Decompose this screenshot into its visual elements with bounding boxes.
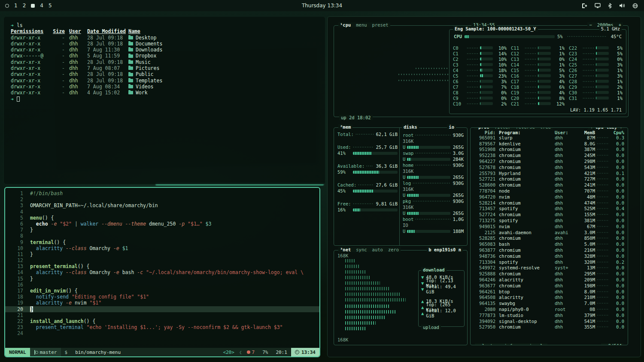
cpu-core-row: C77% (453, 84, 507, 90)
refresh-minus-button[interactable]: − (589, 22, 592, 27)
tab-preset[interactable]: preset (372, 22, 389, 27)
footer-key[interactable]: select ↓ (477, 343, 498, 345)
process-row[interactable]: 964227chromiumdhh298M0.0 (471, 158, 628, 164)
editor-window-nvim[interactable]: 1#!/bin/bash23OMARCHY_BIN_PATH=~/.local/… (4, 187, 320, 357)
process-row[interactable]: 964508alacrittydhh210M0.0 (471, 295, 628, 301)
process-row[interactable]: 951908chromiumdhh387M0.0 (471, 147, 628, 153)
workspace-5[interactable]: 5 (49, 3, 52, 9)
diagnostics-count: 7 (243, 348, 259, 356)
process-row[interactable]: 528214chromiumdhh474M0.0 (471, 200, 628, 206)
bluetooth-icon[interactable] (608, 3, 612, 9)
tab-reverse[interactable]: reverse (516, 127, 535, 130)
scroll-down-icon[interactable]: ↓ (603, 343, 605, 345)
process-row[interactable]: 964246alacrittydhh209M0.0 (471, 277, 628, 283)
ls-row: drwxr-xr-x-dhh28 Jul 09:18Music (11, 59, 325, 65)
process-row[interactable]: 952238chromiumdhh245M0.0 (471, 152, 628, 158)
process-row[interactable]: 713304spotifydhh320M0.2 (471, 259, 628, 265)
btop-window[interactable]: ¹cpumenupreset 13:34:55 − 2000ms + Eng S… (327, 16, 641, 357)
editor-code[interactable]: 1#!/bin/bash23OMARCHY_BIN_PATH=~/.local/… (5, 188, 319, 348)
btop-net-box: ³netsyncautozero b enp191s0 n 168K downl… (334, 250, 468, 345)
disks-tab[interactable]: disks (402, 124, 419, 130)
net-interface[interactable]: b enp191s0 n (427, 247, 463, 252)
footer-key[interactable]: info ↵ (504, 343, 521, 345)
process-row[interactable]: 964135swaybgdhh7.0M0.0 (471, 300, 628, 306)
tab-menu[interactable]: menu (356, 22, 367, 27)
workspace-occupied-icon[interactable] (31, 4, 35, 8)
cpu-core-row: C292% (569, 84, 623, 90)
tab-cpu[interactable]: ¹cpu (340, 22, 351, 27)
process-row[interactable]: 549972systemd-resolvesyst+13M0.0 (471, 265, 628, 271)
diagnostics-icon (247, 350, 250, 354)
process-row[interactable]: 925888chromiumdhh295M0.0 (471, 271, 628, 277)
process-row[interactable]: 879567kdenlivedhh8.0G0.0 (471, 141, 628, 147)
workspace-active-icon[interactable] (5, 4, 9, 8)
disk-entry: boot1,0GIOU188M (403, 216, 464, 234)
process-row[interactable]: 394092signal-desktopdhh541M0.0 (471, 318, 628, 324)
workspace-4[interactable]: 4 (40, 3, 43, 9)
open-file-name: bin/omarchy-menu (71, 348, 125, 356)
cpu-cores-col-1: C010%C114%C210%C310%C418%C523%C63%C77%C8… (453, 45, 507, 106)
process-row[interactable]: 963877chromiumdhh216M0.0 (471, 247, 628, 253)
process-row[interactable]: 948736chromiumdhh328M0.0 (471, 253, 628, 259)
terminal-window-ls[interactable]: ➜ ls PermissionsSizeUserDate ModifiedNam… (3, 16, 325, 184)
process-row[interactable]: 965083bashdhh5.0M0.0 (471, 241, 628, 247)
folder-icon (128, 42, 133, 45)
col-mem: MemB (576, 130, 595, 135)
ls-row: drwxr-xr-x-dhh28 Jul 09:18Documents (11, 41, 325, 47)
process-row[interactable]: 778704nodedhh707M0.0 (471, 188, 628, 194)
display-icon[interactable] (595, 3, 601, 8)
process-row[interactable]: 528600chromiumdhh241M0.0 (471, 182, 628, 188)
process-row[interactable]: 963677chromiumdhh198M0.0 (471, 283, 628, 289)
process-row[interactable]: 528285chromiumdhh850M0.0 (471, 235, 628, 241)
topbar-clock: Thursday 13:34 (0, 3, 644, 9)
process-row[interactable]: 527721chromiumdhh727M0.0 (471, 176, 628, 182)
process-row[interactable]: 964261btopdhh8.0M0.0 (471, 289, 628, 295)
topbar: 1 2 4 5 Thursday 13:34 (0, 0, 644, 11)
cpu-core-row: C301% (569, 90, 623, 95)
proc-scroll-indicator[interactable]: ↓ 0/644 (601, 343, 623, 345)
tab-tree[interactable]: tree (540, 127, 551, 130)
cpu-total-meter (465, 35, 555, 38)
tab-sync[interactable]: sync (356, 247, 367, 252)
ls-rows: drwxr-xr-x-dhh28 Jul 09:18Desktopdrwxr-x… (11, 35, 325, 96)
proc-rows: 965091slurpdhh87M0.3879567kdenlivedhh8.0… (471, 135, 628, 330)
tab-proc[interactable]: ⁴proc (476, 127, 489, 130)
volume-icon[interactable] (619, 3, 625, 8)
logout-icon[interactable] (582, 3, 587, 9)
cpu-core-row: C261% (569, 67, 623, 73)
cpu-core-row: C210% (453, 56, 507, 62)
process-row[interactable]: 527950chromiumdhh355M0.0 (471, 324, 628, 330)
tab-zero[interactable]: zero (388, 247, 399, 252)
disk-entry: swap3.0GU284K (403, 150, 464, 162)
shell-prompt-empty[interactable]: ➜ (11, 96, 325, 102)
tab-net[interactable]: ³net (340, 247, 351, 252)
process-row[interactable]: 713457spotifydhh525M0.4 (471, 206, 628, 212)
cpu-core-row: C114% (453, 51, 507, 56)
process-row[interactable]: 964720nvimdhh48M0.0 (471, 194, 628, 200)
btop-footer-keys: select ↓info ↵signals (475, 343, 547, 345)
proc-sort-mode[interactable]: ‹ cpu lazy › (588, 127, 624, 130)
ls-row: drwxr-xr-x-dhh4 Aug 15:02Work (11, 90, 325, 96)
process-row[interactable]: 949015nvimdhh67M0.0 (471, 223, 628, 229)
process-row[interactable]: 2080napi/phy0-0root0B0.0 (471, 306, 628, 312)
process-row[interactable]: 527724chromiumdhh155M0.0 (471, 211, 628, 217)
tab-filter[interactable]: filter (495, 127, 511, 130)
cpu-core-row: C163% (511, 73, 565, 78)
workspace-1[interactable]: 1 (14, 3, 18, 9)
process-row[interactable]: 255793Hyprlanddhh421M0.1 (471, 170, 628, 176)
tab-auto[interactable]: auto (372, 247, 383, 252)
process-row[interactable]: 965091slurpdhh87M0.3 (471, 135, 628, 141)
footer-key[interactable]: signals (527, 343, 546, 345)
process-row[interactable]: 713275spotifydhh381M0.0 (471, 217, 628, 223)
process-row[interactable]: 2125avahi-daemonavahi3.0M0.0 (471, 229, 628, 235)
process-row[interactable]: 527678chromiumdhh543M0.0 (471, 164, 628, 170)
ls-header: Date Modified (83, 28, 128, 34)
io-tab[interactable]: io (447, 124, 456, 130)
btop-cpu-box: ¹cpumenupreset 13:34:55 − 2000ms + Eng S… (334, 25, 629, 117)
proc-scroll-count: 0/644 (608, 343, 622, 345)
col-cpu: Cpu% (611, 130, 624, 135)
workspace-2[interactable]: 2 (23, 3, 26, 9)
mem-box-tab[interactable]: ²mem (338, 124, 352, 130)
process-row[interactable]: 777873lm-studiodhh379M0.0 (471, 312, 628, 318)
network-globe-icon[interactable] (632, 3, 638, 9)
